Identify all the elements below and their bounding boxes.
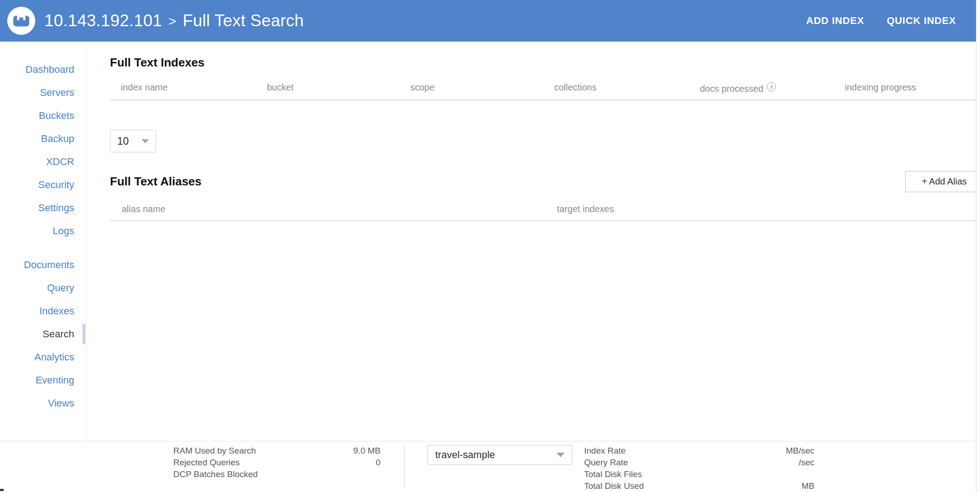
col-index-name: index name xyxy=(121,82,167,93)
sidebar-item-eventing[interactable]: Eventing xyxy=(0,369,86,392)
sidebar-item-dashboard[interactable]: Dashboard xyxy=(0,58,86,81)
app-header: 10.143.192.101 > Full Text Search ADD IN… xyxy=(0,0,976,42)
sidebar-item-logs[interactable]: Logs xyxy=(0,219,86,242)
main-content: Full Text Indexes index name bucket scop… xyxy=(86,42,976,441)
page-size-value: 10 xyxy=(117,135,129,147)
col-indexing-progress: indexing progress xyxy=(845,82,916,93)
sidebar-item-documents[interactable]: Documents xyxy=(0,253,86,276)
stat-label: Index Rate xyxy=(584,445,626,457)
add-index-button[interactable]: ADD INDEX xyxy=(806,15,864,27)
bucket-select-value: travel-sample xyxy=(435,449,495,461)
col-docs-processed: docs processedi xyxy=(700,82,776,94)
sidebar-item-servers[interactable]: Servers xyxy=(0,81,86,104)
stat-row: DCP Batches Blocked xyxy=(173,468,381,480)
stat-value: MB xyxy=(802,480,815,492)
bucket-select[interactable]: travel-sample xyxy=(428,445,572,465)
sidebar-item-settings[interactable]: Settings xyxy=(0,196,86,219)
stat-value: 0 xyxy=(376,457,381,468)
stat-row: Rejected Queries 0 xyxy=(173,457,381,468)
stat-row: Total Disk Used MB xyxy=(584,480,814,492)
col-target-indexes: target indexes xyxy=(557,204,614,214)
sidebar-item-xdcr[interactable]: XDCR xyxy=(0,150,86,173)
page-title: Full Text Search xyxy=(183,11,304,30)
col-docs-processed-label: docs processed xyxy=(700,84,763,94)
sidebar-item-analytics[interactable]: Analytics xyxy=(0,345,86,369)
col-alias-name: alias name xyxy=(122,204,166,214)
aliases-table-header: alias name target indexes xyxy=(86,204,976,216)
stat-label: Rejected Queries xyxy=(173,457,240,468)
col-scope: scope xyxy=(410,82,434,93)
sidebar-item-query[interactable]: Query xyxy=(0,276,86,299)
sidebar-item-views[interactable]: Views xyxy=(0,392,86,415)
stat-value: /sec xyxy=(799,457,814,468)
indexes-table-divider xyxy=(110,99,976,100)
sidebar-item-search[interactable]: Search xyxy=(0,322,86,345)
aliases-section-title: Full Text Aliases xyxy=(110,175,201,189)
stat-row: RAM Used by Search 9.0 MB xyxy=(173,445,381,457)
stat-label: RAM Used by Search xyxy=(173,445,256,457)
corner-artifact xyxy=(0,489,4,491)
rate-stats-block: Index Rate MB/sec Query Rate /sec Total … xyxy=(584,445,814,492)
search-stats-block: RAM Used by Search 9.0 MB Rejected Queri… xyxy=(173,445,381,480)
footer-divider xyxy=(404,446,404,488)
stat-row: Total Disk Files xyxy=(584,468,814,480)
stat-value: 9.0 MB xyxy=(353,445,381,457)
quick-index-button[interactable]: QUICK INDEX xyxy=(887,15,956,27)
chevron-down-icon xyxy=(557,453,565,457)
stat-label: Query Rate xyxy=(584,457,628,468)
indexes-table-header: index name bucket scope collections docs… xyxy=(86,82,976,94)
chevron-down-icon xyxy=(142,139,149,143)
col-bucket: bucket xyxy=(267,82,294,93)
page-size-select[interactable]: 10 xyxy=(110,130,156,152)
header-actions: ADD INDEX QUICK INDEX xyxy=(806,15,956,27)
stat-label: Total Disk Files xyxy=(584,468,642,480)
sidebar-item-buckets[interactable]: Buckets xyxy=(0,104,86,127)
couchbase-logo-icon xyxy=(7,7,35,35)
sidebar-item-backup[interactable]: Backup xyxy=(0,127,86,150)
stat-value: MB/sec xyxy=(786,445,814,457)
sidebar-item-security[interactable]: Security xyxy=(0,173,86,196)
col-collections: collections xyxy=(554,82,596,93)
sidebar-item-label: Search xyxy=(43,328,74,340)
stat-label: Total Disk Used xyxy=(584,480,644,492)
active-item-indicator xyxy=(82,324,86,344)
add-alias-button[interactable]: + Add Alias xyxy=(905,171,976,192)
stat-row: Query Rate /sec xyxy=(584,457,814,468)
indexes-section-title: Full Text Indexes xyxy=(110,56,205,70)
stat-row: Index Rate MB/sec xyxy=(584,445,814,457)
cluster-address: 10.143.192.101 xyxy=(44,11,162,30)
stats-footer: RAM Used by Search 9.0 MB Rejected Queri… xyxy=(0,441,976,492)
sidebar: Dashboard Servers Buckets Backup XDCR Se… xyxy=(0,42,86,441)
sidebar-item-indexes[interactable]: Indexes xyxy=(0,299,86,322)
breadcrumb-separator: > xyxy=(168,14,176,29)
aliases-table-divider xyxy=(110,220,976,221)
info-icon[interactable]: i xyxy=(767,82,776,91)
stat-label: DCP Batches Blocked xyxy=(173,468,258,480)
breadcrumb: 10.143.192.101 > Full Text Search xyxy=(44,11,304,30)
scrollbar-gutter xyxy=(976,0,980,492)
